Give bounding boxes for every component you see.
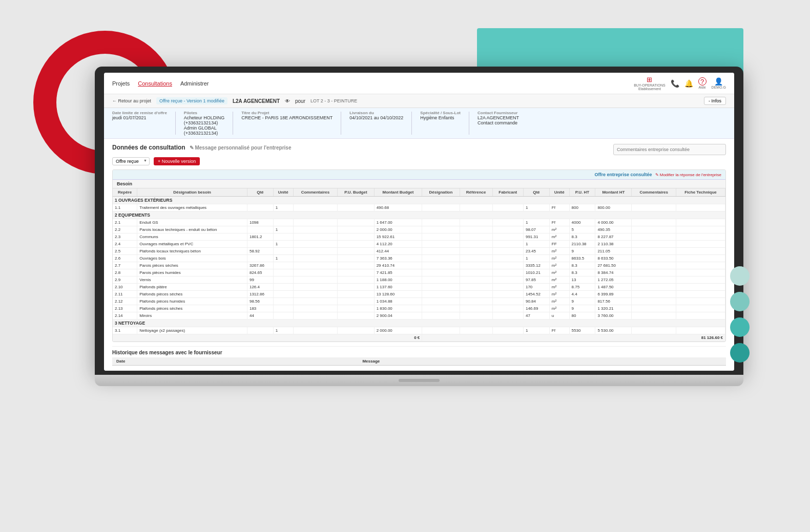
cell-pu_ht: 9: [569, 248, 595, 255]
nav-projets[interactable]: Projets: [112, 80, 130, 87]
cell-desig: [422, 305, 460, 312]
cell-qte: 3267.86: [247, 262, 273, 269]
table-row: 2.3Communs1801.215 922.61991.31m²8.38 22…: [113, 233, 725, 241]
col-qte: Qté: [247, 188, 273, 197]
cell-fab: [492, 241, 523, 248]
cell-fiche: [676, 305, 725, 312]
cell-montant_budget: 13 128.60: [374, 291, 422, 298]
cell-designation: Ouvrages métalliques et PVC: [137, 241, 247, 248]
cell-pu_ht: 8633.5: [569, 255, 595, 262]
cell-desig: [422, 327, 460, 334]
cell-repere: 2.7: [113, 262, 137, 269]
cell-pu_budget: [338, 291, 374, 298]
cell-pu_ht: 80: [569, 312, 595, 320]
message-table: Date Message: [112, 357, 726, 366]
cell-unite2: Ff: [549, 327, 569, 334]
comment-input[interactable]: [613, 144, 726, 155]
cell-qte2: 1: [523, 219, 549, 226]
nav-help-group[interactable]: ? Aide: [698, 77, 707, 89]
cell-fiche: [676, 291, 725, 298]
cell-pu_ht: 8.75: [569, 284, 595, 291]
cell-qte2: 1454.52: [523, 291, 549, 298]
cell-montant_budget: 15 922.61: [374, 233, 422, 241]
cell-unite2: FF: [549, 241, 569, 248]
col-ref: Référence: [460, 188, 492, 197]
nav-left: Projets Consultations Administrer: [112, 80, 209, 87]
cell-comments: [293, 312, 338, 320]
edit-message-link[interactable]: ✎ Message personnalisé pour l'entreprise: [190, 145, 292, 151]
info-divider-3: [341, 112, 341, 135]
cell-desig: [422, 255, 460, 262]
cell-ref: [460, 226, 492, 233]
cell-pu_budget: [338, 276, 374, 284]
cell-pu_budget: [338, 233, 374, 241]
cell-desig: [422, 291, 460, 298]
contact-sub: Contact commande: [477, 120, 519, 125]
cell-designation: Plafonds plâtre: [137, 284, 247, 291]
table-row: 2.12Plafonds pièces humides98.561 034.88…: [113, 298, 725, 305]
nav-phone-group[interactable]: 📞: [671, 79, 679, 88]
nav-consultations[interactable]: Consultations: [138, 80, 172, 87]
cell-repere: 3.1: [113, 327, 137, 334]
cell-montant_budget: 4 112.20: [374, 241, 422, 248]
new-version-button[interactable]: + Nouvelle version: [154, 157, 200, 165]
cell-ref: [460, 219, 492, 226]
cell-designation: Parois pièces sèches: [137, 262, 247, 269]
cell-comments: [293, 327, 338, 334]
cell-pu_budget: [338, 269, 374, 276]
laptop-base: [95, 375, 743, 386]
cell-qte: [247, 255, 273, 262]
cell-fab: [492, 298, 523, 305]
table-row: 3.1Nettoyage (x2 passages)12 000.001Ff55…: [113, 327, 725, 334]
col-designation: Désignation besoin: [137, 188, 247, 197]
cell-comments2: [632, 226, 676, 233]
swatch-3: [730, 317, 750, 337]
cell-montant_ht: 211.05: [595, 248, 632, 255]
cell-comments2: [632, 284, 676, 291]
cell-designation: Parois pièces humides: [137, 269, 247, 276]
cell-designation: Plafonds pièces sèches: [137, 291, 247, 298]
info-divider-4: [411, 112, 412, 135]
cell-montant_budget: 2 900.04: [374, 312, 422, 320]
cell-comments2: [632, 327, 676, 334]
cell-montant_ht: 8 384.74: [595, 269, 632, 276]
cell-pu_budget: [338, 262, 374, 269]
cell-pu_ht: 9: [569, 305, 595, 312]
offer-header: ← Retour au projet Offre reçue - Version…: [104, 94, 734, 108]
cell-repere: 2.3: [113, 233, 137, 241]
cell-pu_budget: [338, 312, 374, 320]
col-qte2: Qté: [523, 188, 549, 197]
cell-montant_budget: 1 137.60: [374, 284, 422, 291]
msg-col-date: Date: [112, 357, 358, 366]
laptop-wrapper: Projets Consultations Administrer ⊞ BUY-…: [95, 67, 743, 491]
info-button[interactable]: - Infos: [704, 97, 726, 105]
cell-qte2: 98.07: [523, 226, 549, 233]
cell-unite2: m²: [549, 284, 569, 291]
cell-montant_budget: 2 000.00: [374, 327, 422, 334]
cell-pu_budget: [338, 226, 374, 233]
cell-fab: [492, 312, 523, 320]
cell-unite2: m²: [549, 305, 569, 312]
cell-fab: [492, 276, 523, 284]
info-divider-2: [233, 112, 233, 135]
cell-qte: [247, 327, 273, 334]
modify-response-link[interactable]: ✎ Modifier la réponse de l'entreprise: [655, 173, 721, 177]
cell-fiche: [676, 255, 725, 262]
total-row: 0 €81 126.60 €: [113, 334, 725, 342]
nav-bell-group[interactable]: 🔔: [684, 79, 693, 88]
cell-unite: [273, 284, 293, 291]
nav-user-group[interactable]: 👤 DEMO.G: [712, 77, 726, 89]
cell-ref: [460, 248, 492, 255]
cell-ref: [460, 298, 492, 305]
col-unite2: Unité: [549, 188, 569, 197]
cell-montant_ht: 6 399.89: [595, 291, 632, 298]
cell-fab: [492, 255, 523, 262]
col-montant-budget: Montant Budget: [374, 188, 422, 197]
back-link[interactable]: ← Retour au projet: [112, 98, 151, 103]
nav-administrer[interactable]: Administrer: [180, 80, 209, 87]
for-text: pour: [295, 98, 305, 104]
pilote3: Admin GLOBAL: [184, 125, 225, 131]
cell-qte: 58.92: [247, 248, 273, 255]
offer-select[interactable]: Offre reçue: [112, 157, 150, 165]
cell-unite: [273, 233, 293, 241]
